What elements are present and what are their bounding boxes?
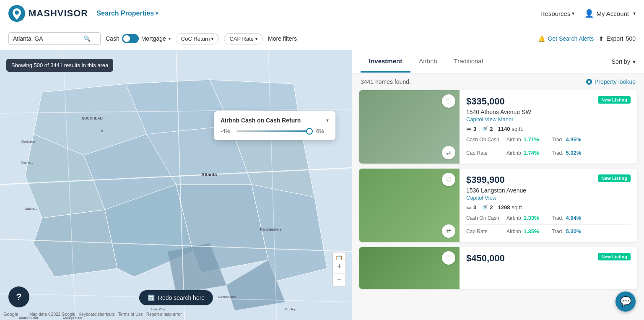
help-button[interactable]: ? [8, 286, 29, 307]
cap-min-label: -4% [221, 128, 233, 134]
listings-header: 3441 homes found. Property lookup [352, 73, 644, 90]
header-right: Resources ▾ 👤 My Account ▾ [540, 9, 636, 18]
more-filters-button[interactable]: More filters [268, 35, 297, 42]
toggle-switch[interactable] [122, 34, 139, 43]
property-lookup-button[interactable]: Property lookup [586, 78, 636, 85]
cap-max-label: 6% [316, 128, 329, 134]
coc-metric-row: Cash On Cash Airbnb 1.71% [466, 136, 548, 143]
export-button[interactable]: ⬆ Export 500 [599, 35, 636, 42]
svg-text:Atlanta: Atlanta [201, 172, 217, 177]
card-content-1: $335,000 New Listing 1540 Athens Avenue … [460, 90, 637, 164]
logo-text: MASHVISOR [29, 8, 88, 19]
sort-by-button[interactable]: Sort by ▾ [612, 58, 636, 65]
new-listing-badge: New Listing [598, 253, 631, 260]
location-input[interactable] [13, 35, 80, 42]
card-metrics: Cash On Cash Airbnb 1.33% Trad. 4.94% Ca… [466, 215, 631, 234]
svg-text:Panthersville: Panthersville [260, 227, 282, 232]
card-content-2: $399,900 New Listing 1536 Langston Avenu… [460, 169, 637, 242]
card-price: $399,900 [466, 174, 505, 185]
sqft-spec: 1140 sq.ft. [498, 126, 523, 132]
get-search-alerts-button[interactable]: 🔔 Get Search Alerts [538, 35, 594, 42]
header: MASHVISOR Search Properties ▾ Resources … [0, 0, 644, 27]
beds-spec: 🛏 3 [466, 204, 476, 211]
card-image-2: ♡ ⇄ [359, 169, 460, 242]
nav-resources[interactable]: Resources ▾ [540, 10, 575, 17]
tab-airbnb[interactable]: Airbnb [410, 51, 445, 73]
mortgage-chevron-icon: ▾ [169, 36, 171, 41]
cap-slider-row: -4% 6% [221, 128, 329, 134]
cap-rate-filter[interactable]: CAP Rate ▾ [224, 33, 263, 44]
listing-card[interactable]: ♡ ⇄ $335,000 New Listing 1540 Athens Ave… [359, 90, 637, 164]
search-chevron-icon: ▾ [156, 10, 158, 16]
svg-text:N.: N. [101, 129, 104, 133]
filter-bar: 🔍 Cash Mortgage ▾ CoC Return ▾ CAP Rate … [0, 27, 644, 50]
account-chevron-icon: ▾ [633, 10, 636, 16]
card-price: $450,000 [466, 253, 505, 264]
nav-search-properties[interactable]: Search Properties ▾ [96, 10, 158, 17]
sqft-spec: 1298 sq.ft. [498, 204, 523, 211]
cash-toggle[interactable]: Cash Mortgage ▾ [106, 34, 171, 43]
cap-trad-metric-row: Trad. 5.02% [548, 150, 631, 156]
coc-metric-row: Cash On Cash Airbnb 1.33% [466, 215, 548, 221]
listing-card[interactable]: ♡ $450,000 New Listing [359, 247, 637, 289]
homes-found-label: 3441 homes found. [361, 78, 411, 85]
card-address: 1540 Athens Avenue SW [466, 109, 631, 115]
google-label: Google [3, 312, 18, 317]
tab-investment[interactable]: Investment [361, 51, 410, 73]
favorite-button[interactable]: ♡ [442, 94, 455, 108]
lookup-radio-icon [586, 79, 592, 85]
svg-text:Lake City: Lake City [151, 307, 165, 311]
svg-text:Constitution: Constitution [218, 295, 236, 299]
favorite-button[interactable]: ♡ [442, 173, 455, 186]
listing-card[interactable]: ♡ ⇄ $399,900 New Listing 1536 Langston A… [359, 169, 637, 242]
card-image-1: ♡ ⇄ [359, 90, 460, 164]
cap-popup-chevron-icon[interactable]: ▾ [326, 117, 329, 123]
cap-metric-row: Cap Rate Airbnb 1.35% [466, 228, 548, 234]
cap-rate-slider[interactable] [236, 130, 313, 132]
svg-text:BUCKHEAD: BUCKHEAD [82, 116, 103, 120]
cap-chevron-icon: ▾ [255, 36, 257, 41]
card-metrics: Cash On Cash Airbnb 1.71% Trad. 4.95% Ca… [466, 136, 631, 156]
card-neighborhood[interactable]: Capitol View [466, 195, 631, 201]
svg-point-1 [15, 10, 19, 15]
account-icon: 👤 [584, 9, 594, 18]
bed-icon: 🛏 [466, 126, 472, 132]
card-price: $335,000 [466, 96, 505, 107]
listings-panel: Investment Airbnb Traditional Sort by ▾ … [352, 50, 644, 320]
sort-chevron-icon: ▾ [633, 58, 636, 65]
card-specs: 🛏 3 🚿 2 1298 sq.ft. [466, 204, 631, 211]
cap-popup-title: Airbnb Cash on Cash Return [221, 117, 301, 124]
card-content-3: $450,000 New Listing [460, 247, 637, 289]
logo-area: MASHVISOR [8, 5, 88, 22]
baths-spec: 🚿 2 [481, 126, 493, 132]
new-listing-badge: New Listing [598, 174, 631, 182]
bed-icon: 🛏 [466, 204, 472, 211]
map-area: BUCKHEAD Atlanta Mable... South Fulton C… [0, 50, 352, 320]
zoom-out-button[interactable]: − [332, 273, 346, 286]
share-button[interactable]: ⇄ [442, 224, 455, 238]
coc-trad-metric-row: Trad. 4.95% [548, 136, 631, 143]
location-search[interactable]: 🔍 [8, 32, 101, 45]
map-footer: Map data ©2022 Google Keyboard shortcuts… [29, 312, 182, 317]
svg-text:Mable...: Mable... [21, 161, 33, 164]
nav-my-account[interactable]: 👤 My Account ▾ [584, 9, 636, 18]
coc-trad-metric-row: Trad. 4.94% [548, 215, 631, 221]
map-canvas: BUCKHEAD Atlanta Mable... South Fulton C… [0, 50, 352, 320]
redo-search-button[interactable]: 🔄 Redo search here [139, 290, 213, 305]
zoom-in-button[interactable]: + [332, 260, 346, 273]
bath-icon: 🚿 [481, 204, 488, 211]
main-layout: BUCKHEAD Atlanta Mable... South Fulton C… [0, 50, 644, 320]
tab-traditional[interactable]: Traditional [446, 51, 491, 73]
resources-chevron-icon: ▾ [572, 10, 574, 16]
beds-spec: 🛏 3 [466, 126, 476, 132]
chat-icon: 💬 [620, 296, 631, 307]
share-button[interactable]: ⇄ [442, 146, 455, 159]
coc-return-filter[interactable]: CoC Return ▾ [176, 33, 219, 44]
card-neighborhood[interactable]: Capitol View Manor [466, 116, 631, 122]
logo-icon [8, 5, 25, 22]
baths-spec: 🚿 2 [481, 204, 493, 211]
favorite-button[interactable]: ♡ [442, 251, 455, 265]
chat-widget-button[interactable]: 💬 [615, 291, 636, 312]
listings-tabs: Investment Airbnb Traditional Sort by ▾ [352, 50, 644, 73]
redo-icon: 🔄 [148, 294, 155, 301]
